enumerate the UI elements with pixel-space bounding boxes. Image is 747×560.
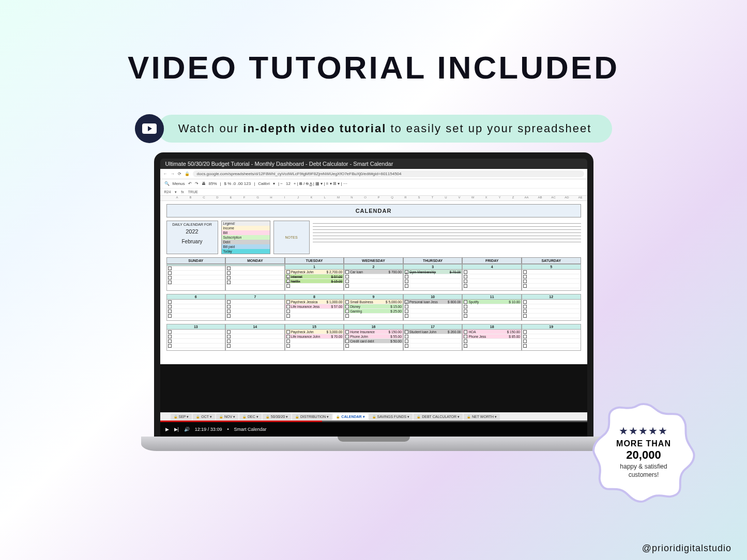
sheet-tab[interactable]: 🔒SAVINGS FUNDS ▾ <box>369 414 413 420</box>
font-select[interactable]: Calibri <box>258 181 270 186</box>
checkbox-icon[interactable] <box>286 305 290 308</box>
column-header[interactable]: G <box>251 196 265 200</box>
column-header[interactable]: I <box>278 196 292 200</box>
checkbox-icon[interactable] <box>286 314 290 318</box>
sheet-tab[interactable]: 🔒OCT ▾ <box>193 414 215 420</box>
checkbox-icon[interactable] <box>168 281 172 284</box>
checkbox-icon[interactable] <box>464 339 467 343</box>
column-header[interactable]: A <box>171 196 184 200</box>
checkbox-icon[interactable] <box>227 330 231 334</box>
checkbox-icon[interactable] <box>464 270 467 274</box>
column-header[interactable]: M <box>332 196 345 200</box>
sheet-tab[interactable]: 🔒DISTRIBUTION ▾ <box>292 414 332 420</box>
redo-icon[interactable]: ↷ <box>195 181 199 186</box>
formula-input[interactable]: TRUE <box>188 190 198 194</box>
column-header[interactable]: AA <box>520 196 533 200</box>
nav-back-icon[interactable]: ← <box>163 172 167 176</box>
column-header[interactable]: R <box>399 196 413 200</box>
checkbox-icon[interactable] <box>464 330 467 334</box>
checkbox-icon[interactable] <box>405 305 408 308</box>
checkbox-icon[interactable] <box>168 339 172 343</box>
checkbox-icon[interactable] <box>523 335 527 338</box>
address-bar[interactable]: docs.google.com/spreadsheets/d/12F8WhI_c… <box>193 170 584 177</box>
checkbox-icon[interactable] <box>405 270 408 274</box>
column-header[interactable]: K <box>305 196 318 200</box>
checkbox-icon[interactable] <box>345 300 349 304</box>
checkbox-icon[interactable] <box>286 279 290 283</box>
checkbox-icon[interactable] <box>345 305 349 308</box>
reload-icon[interactable]: ⟳ <box>178 172 181 176</box>
checkbox-icon[interactable] <box>345 284 349 288</box>
column-header[interactable]: H <box>265 196 278 200</box>
checkbox-icon[interactable] <box>523 284 527 288</box>
checkbox-icon[interactable] <box>168 267 172 270</box>
undo-icon[interactable]: ↶ <box>188 181 192 186</box>
column-header[interactable]: X <box>480 196 493 200</box>
fontsize-input[interactable]: 12 <box>286 181 291 186</box>
column-header[interactable]: F <box>238 196 251 200</box>
checkbox-icon[interactable] <box>227 335 231 338</box>
checkbox-icon[interactable] <box>405 309 408 313</box>
play-icon[interactable]: ▶ <box>165 427 169 432</box>
checkbox-icon[interactable] <box>405 330 408 334</box>
checkbox-icon[interactable] <box>227 300 231 304</box>
checkbox-icon[interactable] <box>464 314 467 318</box>
checkbox-icon[interactable] <box>168 314 172 318</box>
checkbox-icon[interactable] <box>523 300 527 304</box>
nav-fwd-icon[interactable]: → <box>171 172 175 176</box>
checkbox-icon[interactable] <box>405 339 408 343</box>
search-icon[interactable]: 🔍 <box>164 181 170 186</box>
checkbox-icon[interactable] <box>227 267 231 270</box>
column-header[interactable]: AC <box>547 196 560 200</box>
column-header[interactable]: J <box>292 196 305 200</box>
sheet-tab[interactable]: 🔒DEBT CALCULATOR ▾ <box>414 414 463 420</box>
checkbox-icon[interactable] <box>286 344 290 348</box>
checkbox-icon[interactable] <box>345 344 349 348</box>
sheet-tab[interactable]: 🔒DEC ▾ <box>239 414 262 420</box>
column-header[interactable]: U <box>439 196 453 200</box>
column-header[interactable]: AD <box>560 196 574 200</box>
checkbox-icon[interactable] <box>464 279 467 283</box>
checkbox-icon[interactable] <box>286 309 290 313</box>
checkbox-icon[interactable] <box>227 281 231 284</box>
checkbox-icon[interactable] <box>345 309 349 313</box>
checkbox-icon[interactable] <box>345 314 349 318</box>
checkbox-icon[interactable] <box>523 314 527 318</box>
checkbox-icon[interactable] <box>464 309 467 313</box>
column-header[interactable]: Q <box>386 196 399 200</box>
checkbox-icon[interactable] <box>168 309 172 313</box>
checkbox-icon[interactable] <box>464 305 467 308</box>
checkbox-icon[interactable] <box>523 275 527 278</box>
checkbox-icon[interactable] <box>345 339 349 343</box>
checkbox-icon[interactable] <box>523 344 527 348</box>
checkbox-icon[interactable] <box>405 344 408 348</box>
checkbox-icon[interactable] <box>405 284 408 288</box>
checkbox-icon[interactable] <box>286 330 290 334</box>
checkbox-icon[interactable] <box>464 335 467 338</box>
checkbox-icon[interactable] <box>405 314 408 318</box>
checkbox-icon[interactable] <box>523 330 527 334</box>
checkbox-icon[interactable] <box>286 335 290 338</box>
column-header[interactable]: C <box>197 196 211 200</box>
column-header[interactable]: N <box>345 196 359 200</box>
column-header[interactable]: D <box>211 196 224 200</box>
column-header[interactable]: AE <box>574 196 587 200</box>
column-header[interactable]: W <box>466 196 480 200</box>
sheet-tab[interactable]: 🔒CALENDAR ▾ <box>333 414 368 420</box>
checkbox-icon[interactable] <box>168 305 172 308</box>
sheet-tab[interactable]: 🔒50/30/20 ▾ <box>263 414 291 420</box>
column-header[interactable]: Z <box>507 196 520 200</box>
zoom-select[interactable]: 85% <box>209 181 217 186</box>
checkbox-icon[interactable] <box>464 344 467 348</box>
checkbox-icon[interactable] <box>464 284 467 288</box>
next-icon[interactable]: ▶| <box>174 427 179 432</box>
checkbox-icon[interactable] <box>523 309 527 313</box>
checkbox-icon[interactable] <box>286 300 290 304</box>
column-header[interactable]: B <box>184 196 197 200</box>
checkbox-icon[interactable] <box>168 300 172 304</box>
checkbox-icon[interactable] <box>405 335 408 338</box>
checkbox-icon[interactable] <box>227 305 231 308</box>
column-header[interactable]: V <box>453 196 466 200</box>
checkbox-icon[interactable] <box>405 300 408 304</box>
name-box[interactable]: R24 <box>164 190 171 194</box>
